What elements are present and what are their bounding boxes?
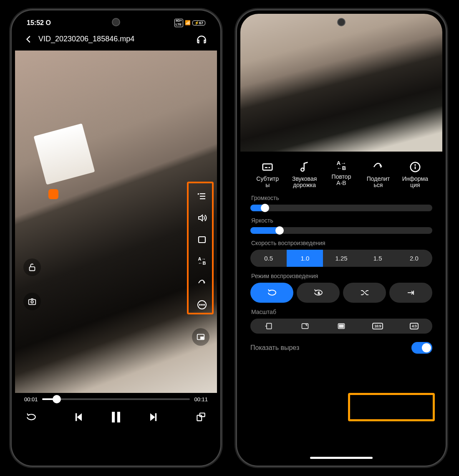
svg-rect-7 [199,237,205,243]
more-icon[interactable] [194,297,210,313]
svg-point-9 [199,304,200,305]
seek-bar[interactable] [42,398,190,400]
unlock-rotation-button[interactable] [23,258,41,276]
front-camera [337,18,346,26]
side-toolbar: A→←B [192,184,212,318]
share-icon[interactable] [194,275,210,291]
volume-icon[interactable] [194,210,210,226]
svg-rect-34 [302,324,308,329]
svg-point-10 [202,304,202,305]
speed-1-0[interactable]: 1.0 [287,250,323,267]
section-speed-label: Скорость воспроизведения [251,240,432,246]
scale-crop[interactable] [323,319,359,334]
section-scale-label: Масштаб [251,309,432,315]
next-button[interactable] [147,411,159,423]
svg-marker-18 [150,413,155,421]
aspect-icon[interactable] [194,232,210,248]
rotate-button[interactable] [195,412,206,423]
svg-rect-13 [201,337,203,339]
prev-button[interactable] [73,411,85,423]
cutout-label: Показать вырез [250,344,299,352]
speed-1-5[interactable]: 1.5 [360,250,396,267]
svg-rect-17 [117,412,120,423]
video-title: VID_20230206_185846.mp4 [38,35,134,43]
speed-0-5[interactable]: 0.5 [250,250,287,267]
screenshot-button[interactable] [23,293,41,310]
section-volume-label: Громкость [251,195,432,201]
pip-button[interactable] [192,328,209,346]
video-viewport[interactable]: A→←B [15,51,217,393]
transport-bar: 00:01 00:11 [15,393,217,430]
pause-button[interactable] [109,410,123,424]
option-share[interactable]: Поделиться [361,161,395,189]
svg-point-2 [31,301,33,303]
svg-rect-32 [267,323,272,329]
section-brightness-label: Яркость [251,217,432,224]
svg-point-28 [415,165,415,165]
option-ab-repeat[interactable]: A→←B ПовторA-B [324,161,358,189]
volume-slider[interactable] [250,205,432,211]
battery-icon: ⚡67 [192,20,205,25]
speed-segmented: 0.5 1.0 1.25 1.5 2.0 [250,250,432,267]
home-indicator [310,457,373,459]
phone-right: Субтитры Звуковаядорожка A→←B ПовторA-B … [237,10,446,466]
clock: 15:52 [27,19,44,26]
mode-row: 1 [250,283,432,303]
headphones-icon[interactable] [196,34,207,45]
ab-repeat-icon[interactable]: A→←B [194,253,210,269]
video-preview [240,14,442,152]
duration: 00:11 [194,396,208,403]
speed-2-0[interactable]: 2.0 [396,250,432,267]
playlist-icon[interactable] [194,188,210,204]
mi-logo [48,189,58,199]
front-camera [112,18,120,26]
loop-button[interactable] [26,412,37,423]
title-bar: VID_20230206_185846.mp4 [15,30,217,51]
speed-1-25[interactable]: 1.25 [323,250,359,267]
mode-shuffle[interactable] [343,283,386,303]
brightness-slider[interactable] [250,227,432,234]
svg-point-11 [204,304,204,305]
scale-4-3[interactable]: 4:3 [396,319,432,334]
svg-text:1: 1 [318,291,320,295]
scale-fit[interactable] [250,319,287,334]
phone-left: 15:52 O 4G+LTE 📶 ⚡67 VID_20230206_185846… [12,10,220,466]
svg-rect-36 [339,324,343,327]
svg-rect-19 [155,413,157,421]
option-subtitles[interactable]: Субтитры [250,161,285,189]
volte-icon: 4G+LTE [174,19,183,27]
scale-16-9[interactable]: 16:9 [360,319,396,334]
scale-fill[interactable] [287,319,323,334]
svg-rect-15 [76,413,77,421]
svg-rect-1 [29,299,36,304]
current-time: 00:01 [24,396,38,403]
svg-marker-6 [199,215,202,221]
section-mode-label: Режим воспроизведения [251,273,432,279]
mode-loop-one[interactable]: 1 [297,283,340,303]
svg-rect-0 [30,267,35,271]
option-audiotrack[interactable]: Звуковаядорожка [287,161,321,189]
back-icon[interactable] [24,35,33,44]
option-info[interactable]: Информация [398,161,432,189]
svg-rect-16 [112,412,115,423]
signal-icon: 📶 [185,20,191,25]
options-row: Субтитры Звуковаядорожка A→←B ПовторA-B … [250,161,432,189]
mode-loop-all[interactable] [250,283,293,303]
mode-stop-after[interactable] [389,283,432,303]
scale-row: 16:9 4:3 [250,319,432,334]
annotation-highlight [348,393,435,421]
cutout-toggle[interactable] [411,342,432,354]
svg-marker-14 [77,413,82,421]
